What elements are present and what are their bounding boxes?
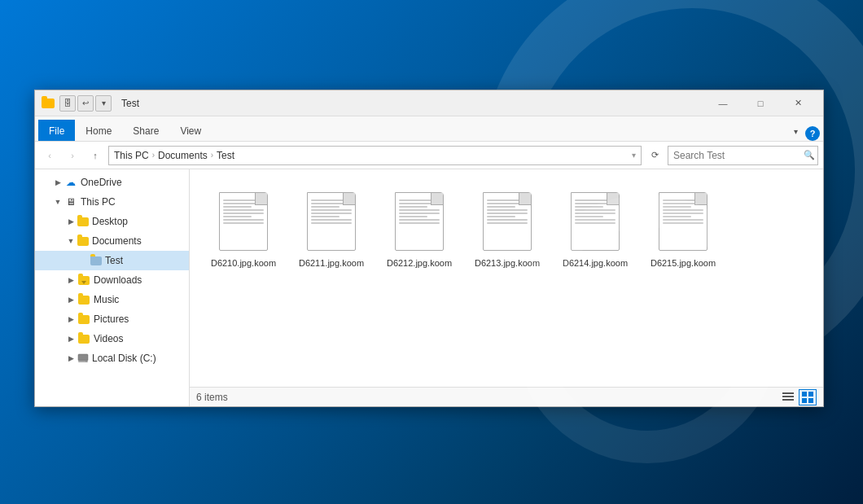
expand-videos[interactable] — [64, 332, 77, 345]
qs-dropdown-btn[interactable]: ▾ — [95, 95, 112, 112]
sidebar-item-videos[interactable]: Videos — [35, 329, 189, 348]
file-item-5[interactable]: D6215.jpg.koom — [642, 182, 724, 275]
file-area: D6210.jpg.koom — [190, 169, 823, 406]
quick-access-toolbar: 🗄 ↩ ▾ — [59, 95, 112, 112]
sidebar-item-music[interactable]: Music — [35, 290, 189, 309]
ribbon: File Home Share View ▾ ? — [35, 116, 823, 142]
sidebar-label-music: Music — [94, 294, 119, 305]
file-explorer-window: 🗄 ↩ ▾ Test — □ ✕ File Home Share View ▾ … — [34, 90, 824, 407]
videos-icon — [77, 332, 90, 345]
pictures-icon — [77, 313, 90, 326]
svg-rect-5 — [782, 399, 794, 401]
file-name-3: D6213.jpg.koom — [475, 257, 540, 269]
file-item-4[interactable]: D6214.jpg.koom — [554, 182, 636, 275]
svg-rect-9 — [808, 398, 813, 403]
item-count: 6 items — [196, 392, 228, 403]
close-button[interactable]: ✕ — [779, 90, 817, 116]
sidebar-label-desktop: Desktop — [92, 216, 128, 227]
expand-documents[interactable] — [64, 234, 77, 248]
path-dropdown-arrow[interactable]: ▾ — [632, 151, 636, 160]
sidebar-item-onedrive[interactable]: ☁ OneDrive — [35, 173, 189, 192]
sidebar-item-local-disk[interactable]: Local Disk (C:) — [35, 348, 189, 368]
documents-folder-icon — [77, 237, 89, 246]
up-button[interactable]: ↑ — [85, 146, 105, 165]
sidebar-label-pictures: Pictures — [94, 313, 129, 325]
file-icon-3 — [478, 189, 537, 254]
ribbon-expand-btn[interactable]: ▾ — [786, 121, 805, 141]
file-item-1[interactable]: D6211.jpg.koom — [291, 182, 372, 275]
svg-rect-4 — [782, 396, 794, 397]
tab-view[interactable]: View — [169, 120, 212, 141]
tab-home[interactable]: Home — [75, 120, 122, 141]
sidebar-item-desktop[interactable]: Desktop — [35, 212, 189, 231]
svg-rect-6 — [802, 392, 807, 397]
file-icon-1 — [302, 189, 361, 254]
qs-properties-btn[interactable]: 🗄 — [59, 95, 76, 112]
file-item-3[interactable]: D6213.jpg.koom — [467, 182, 548, 275]
file-item-2[interactable]: D6212.jpg.koom — [379, 182, 460, 275]
file-name-4: D6214.jpg.koom — [563, 257, 628, 269]
back-button[interactable]: ‹ — [40, 146, 59, 165]
view-toggle — [779, 389, 817, 405]
test-folder-icon — [90, 256, 102, 265]
drive-icon — [77, 353, 89, 363]
search-input[interactable] — [668, 150, 800, 161]
window-icon — [42, 97, 55, 110]
path-part-documents[interactable]: Documents — [158, 150, 208, 161]
qs-undo-btn[interactable]: ↩ — [77, 95, 94, 112]
expand-music[interactable] — [64, 293, 77, 306]
sidebar-label-downloads: Downloads — [94, 274, 142, 286]
expand-this-pc[interactable] — [51, 195, 64, 208]
this-pc-icon: 🖥 — [64, 195, 77, 208]
expand-downloads[interactable] — [64, 274, 77, 287]
search-button[interactable]: 🔍 — [800, 147, 817, 164]
path-separator-2: › — [211, 151, 213, 160]
sidebar-label-videos: Videos — [94, 333, 123, 344]
svg-rect-7 — [808, 392, 813, 397]
file-icon-0 — [214, 189, 273, 254]
expand-local-disk[interactable] — [64, 352, 77, 365]
address-bar: ‹ › ↑ This PC › Documents › Test ▾ ⟳ 🔍 — [35, 142, 823, 169]
sidebar-item-downloads[interactable]: Downloads — [35, 270, 189, 290]
svg-rect-0 — [78, 354, 88, 361]
expand-onedrive[interactable] — [51, 176, 64, 189]
path-part-this-pc[interactable]: This PC — [114, 150, 149, 161]
sidebar-item-this-pc[interactable]: 🖥 This PC — [35, 192, 189, 212]
file-icon-5 — [654, 189, 712, 254]
tab-file[interactable]: File — [38, 120, 75, 141]
tiles-view-button[interactable] — [799, 389, 817, 405]
main-content: ☁ OneDrive 🖥 This PC Desktop Documents — [35, 169, 823, 406]
file-name-5: D6215.jpg.koom — [651, 257, 716, 269]
address-path[interactable]: This PC › Documents › Test ▾ — [108, 146, 642, 165]
ribbon-tabs: File Home Share View ▾ ? — [35, 116, 823, 141]
list-view-button[interactable] — [779, 389, 797, 405]
expand-pictures[interactable] — [64, 313, 77, 326]
forward-button[interactable]: › — [63, 146, 82, 165]
sidebar-item-documents[interactable]: Documents — [35, 231, 189, 251]
help-button[interactable]: ? — [805, 126, 820, 141]
sidebar-label-documents: Documents — [92, 235, 142, 247]
status-bar: 6 items — [190, 387, 823, 406]
svg-rect-3 — [782, 392, 794, 394]
sidebar-item-test[interactable]: Test — [35, 251, 189, 270]
title-bar: 🗄 ↩ ▾ Test — □ ✕ — [35, 90, 823, 116]
file-name-0: D6210.jpg.koom — [211, 257, 276, 269]
file-item-0[interactable]: D6210.jpg.koom — [203, 182, 284, 275]
svg-rect-8 — [802, 398, 807, 403]
path-part-test[interactable]: Test — [217, 150, 234, 161]
tab-share[interactable]: Share — [122, 120, 169, 141]
sidebar-item-pictures[interactable]: Pictures — [35, 309, 189, 329]
minimize-button[interactable]: — — [704, 90, 742, 116]
downloads-icon — [77, 274, 90, 287]
sidebar-label-local-disk: Local Disk (C:) — [92, 353, 156, 364]
file-name-2: D6212.jpg.koom — [387, 257, 452, 269]
sidebar-label-this-pc: This PC — [81, 196, 116, 208]
refresh-button[interactable]: ⟳ — [645, 146, 664, 165]
sidebar: ☁ OneDrive 🖥 This PC Desktop Documents — [35, 169, 190, 406]
search-box: 🔍 — [668, 146, 818, 165]
maximize-button[interactable]: □ — [742, 90, 779, 116]
window-title: Test — [121, 98, 704, 109]
sidebar-label-onedrive: OneDrive — [81, 177, 122, 188]
expand-desktop[interactable] — [64, 215, 77, 228]
file-icon-2 — [390, 189, 449, 254]
